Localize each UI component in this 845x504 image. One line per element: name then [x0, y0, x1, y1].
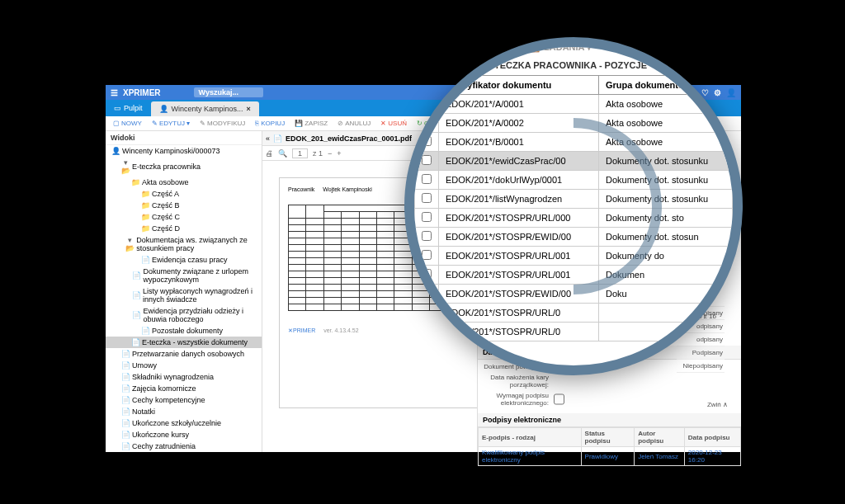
sidebar-item-label: Ukończone szkoły/uczelnie [132, 419, 221, 427]
table-row[interactable]: EDOK/201*/STOSPR/URL/0 [415, 304, 733, 323]
sidebar-item[interactable]: 📄Ewidencja przydziału odzieży i obuwia r… [106, 305, 262, 325]
table-row[interactable]: EDOK/201*/STOSPR/EWID/00Dokumenty dot. s… [415, 228, 733, 247]
table-row[interactable]: EDOK/201*/STOSPR/EWID/00Doku [415, 285, 733, 304]
row-checkbox-cell[interactable] [415, 171, 439, 190]
gear-icon[interactable]: ⚙ [472, 59, 480, 70]
sidebar-item[interactable]: 👤Wincenty Kampinoski/000073 [106, 145, 262, 157]
sidebar-item-label: Składniki wynagrodzenia [132, 373, 214, 381]
table-row[interactable]: EDOK/201*/B/0001Akta osobowe [415, 133, 733, 152]
titlebar-icon[interactable]: ⚙ [714, 88, 721, 97]
save-button[interactable]: 💾 ZAPISZ [290, 118, 332, 129]
row-checkbox-cell[interactable] [415, 209, 439, 228]
row-checkbox[interactable] [422, 136, 432, 146]
row-checkbox[interactable] [422, 212, 432, 222]
sidebar-item[interactable]: 📄E-teczka - wszystkie dokumenty [106, 337, 262, 348]
copy-button[interactable]: ⎘ KOPIUJ [251, 118, 289, 129]
mag-topbar: 📋 ZADANIA ▾ ✉ EMAIL [414, 39, 733, 56]
avatar[interactable]: 👤 [726, 88, 736, 97]
sidebar-item[interactable]: 📄Cechy zatrudnienia [106, 440, 262, 452]
sidebar-item-label: Wincenty Kampinoski/000073 [122, 147, 220, 155]
delete-button[interactable]: ✕ USUŃ [376, 118, 411, 129]
zoom-in-icon[interactable]: + [337, 149, 341, 158]
dropdown-icon[interactable]: ▾ [650, 59, 655, 70]
edit-button[interactable]: ✎ EDYTUJ ▾ [148, 118, 194, 129]
close-icon[interactable]: × [247, 105, 251, 113]
sidebar-item-label: Przetwarzanie danych osobowych [132, 350, 244, 358]
cell-id: EDOK/201*/ewidCzasPrac/00 [439, 152, 599, 171]
print-icon[interactable]: 🖨 [266, 149, 273, 158]
sidebar-item[interactable]: 📄Ewidencja czasu pracy [106, 254, 262, 266]
doc-icon: 📄 [121, 431, 130, 439]
sidebar-item[interactable]: 📁Akta osobowe [106, 177, 262, 188]
sidebar-item[interactable]: 📁Część C [106, 211, 262, 223]
row-checkbox[interactable] [422, 193, 432, 203]
tab-pulpit[interactable]: ▭ Pulpit [106, 100, 151, 116]
zoom-out-icon[interactable]: − [328, 149, 332, 158]
sidebar-title: Widoki [106, 131, 262, 145]
sig-col-rodzaj: E-podpis - rodzaj [479, 428, 582, 447]
search-input[interactable]: Wyszukaj... [194, 87, 263, 97]
sig-col-data: Data podpisu [684, 428, 740, 447]
sidebar-item[interactable]: 📁Część D [106, 223, 262, 234]
row-checkbox[interactable] [422, 231, 432, 241]
signature-row[interactable]: Kwalifikowany podpis elektroniczny Prawi… [479, 447, 741, 466]
collapse-icon[interactable]: « [266, 134, 270, 143]
tab-worker[interactable]: 👤 Wincenty Kampinos... × [151, 101, 259, 116]
sidebar-item[interactable]: 📁Część B [106, 200, 262, 211]
row-checkbox[interactable] [422, 155, 432, 165]
row-checkbox[interactable] [422, 269, 432, 279]
table-row[interactable]: EDOK/201*/listWynagrodzenDokumenty dot. … [415, 190, 733, 209]
require-signature-checkbox[interactable] [554, 392, 564, 407]
cell-grupa: Dokumenty dot. stosunku [599, 152, 733, 171]
sidebar-item[interactable]: 📄Listy wypłaconych wynagrodzeń i innych … [106, 285, 262, 305]
table-row[interactable]: EDOK/201*/A/0002Akta osobowe [415, 114, 733, 133]
sidebar-item-label: E-teczka - wszystkie dokumenty [142, 338, 248, 346]
sidebar-item[interactable]: 📁Część A [106, 188, 262, 200]
row-checkbox-cell[interactable] [415, 247, 439, 266]
table-row[interactable]: EDOK/201*/ewidCzasPrac/00Dokumenty dot. … [415, 152, 733, 171]
sidebar-item[interactable]: ▾📂Dokumentacja ws. związanych ze stosunk… [106, 234, 262, 254]
new-button[interactable]: ▢ NOWY [109, 118, 146, 129]
sidebar-item[interactable]: 📄Zajęcia komornicze [106, 383, 262, 394]
sidebar-item[interactable]: 📄Umowy [106, 360, 262, 371]
table-row[interactable]: EDOK/201*/STOSPR/URL/001Dokumen [415, 266, 733, 285]
search-icon[interactable]: 🔍 [278, 149, 287, 158]
sidebar-item[interactable]: 📄Ukończone kursy [106, 429, 262, 440]
wszystkie-link[interactable]: Wszy [660, 60, 683, 70]
table-row[interactable]: EDOK/201*/A/0001Akta osobowe [415, 95, 733, 114]
cancel-button[interactable]: ⊘ ANULUJ [333, 118, 375, 129]
col-id[interactable]: Identyfikator dokumentu [439, 76, 599, 95]
partial-row: Niepodpisany [677, 360, 725, 373]
zadania-button[interactable]: 📋 ZADANIA ▾ [530, 42, 592, 53]
documents-table: Identyfikator dokumentu Grupa dokumentów… [414, 75, 733, 341]
doc-icon: 📄 [121, 396, 130, 404]
tree: 👤Wincenty Kampinoski/000073▾📂E-teczka pr… [106, 145, 262, 452]
zwin-link[interactable]: Zwiń ∧ [707, 401, 728, 408]
sig-col-autor: Autor podpisu [635, 428, 685, 447]
table-row[interactable]: EDOK/201*/STOSPR/URL/001Dokumenty do [415, 247, 733, 266]
row-checkbox-cell[interactable] [415, 190, 439, 209]
modify-button[interactable]: ✎ MODYFIKUJ [196, 118, 249, 129]
page-number[interactable]: 1 [292, 148, 308, 158]
sidebar-item[interactable]: 📄Cechy kompetencyjne [106, 394, 262, 406]
menu-icon[interactable]: ☰ [111, 88, 118, 97]
table-row[interactable]: EDOK/201*/STOSPR/URL/000Dokumenty dot. s… [415, 209, 733, 228]
row-checkbox[interactable] [422, 174, 432, 184]
sidebar-item[interactable]: 📄Składniki wynagrodzenia [106, 371, 262, 383]
row-checkbox-cell[interactable] [415, 228, 439, 247]
email-button[interactable]: ✉ EMAIL [600, 42, 638, 53]
table-row[interactable]: EDOK/201*/dokUrlWyp/0001Dokumenty dot. s… [415, 171, 733, 190]
sidebar-item[interactable]: 📄Pozostałe dokumenty [106, 325, 262, 337]
sidebar-item[interactable]: 📄Przetwarzanie danych osobowych [106, 348, 262, 360]
person-icon: 👤 [159, 105, 168, 113]
sidebar-item[interactable]: 📄Ukończone szkoły/uczelnie [106, 417, 262, 429]
sidebar-item[interactable]: ▾📂E-teczka pracownika [106, 157, 262, 177]
mag-header: ⚙ E-TECZKA PRACOWNIKA - POZYCJE ▾ Wszy [414, 56, 733, 73]
sidebar-item-label: Akta osobowe [142, 178, 189, 186]
titlebar-icon[interactable]: ♡ [701, 88, 709, 97]
doc-icon: 📄 [132, 271, 140, 280]
row-checkbox-cell[interactable] [415, 152, 439, 171]
sidebar-item[interactable]: 📄Dokumenty związane z urlopem wypoczynko… [106, 266, 262, 285]
row-checkbox[interactable] [422, 250, 432, 260]
sidebar-item[interactable]: 📄Notatki [106, 406, 262, 417]
